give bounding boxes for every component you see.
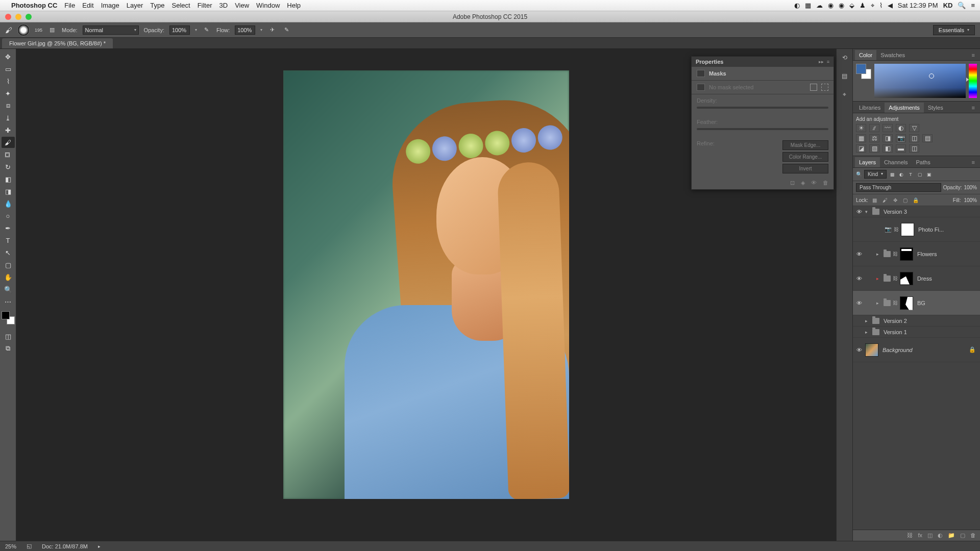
finder-icon[interactable]: ♟ <box>860 2 866 9</box>
menu-view[interactable]: View <box>235 2 249 9</box>
filter-pixel-icon[interactable]: ▩ <box>889 171 896 178</box>
layer-thumbnail[interactable] <box>865 343 878 357</box>
filter-adjust-icon[interactable]: ◐ <box>898 171 905 178</box>
spotlight-icon[interactable]: 🔍 <box>958 2 966 9</box>
wifi-icon[interactable]: ⌇ <box>879 2 883 9</box>
add-vector-mask-icon[interactable] <box>821 84 828 91</box>
canvas[interactable]: Properties ▸▸≡ Masks No mask selected De… <box>16 49 836 541</box>
color-swatches[interactable] <box>2 311 15 324</box>
posterize-icon[interactable]: ▧ <box>869 144 879 153</box>
edit-toolbar[interactable]: ⋯ <box>2 296 15 307</box>
flow-caret[interactable]: ▾ <box>260 28 262 32</box>
layer-opacity-value[interactable]: 100% <box>964 185 977 190</box>
menu-file[interactable]: File <box>64 2 75 9</box>
minimize-button[interactable] <box>15 14 21 20</box>
zoom-level[interactable]: 25% <box>5 543 16 549</box>
user-menu[interactable]: KD <box>943 2 953 9</box>
expand-toggle[interactable]: ▸ <box>865 330 870 335</box>
flow-input[interactable]: 100% <box>235 26 255 35</box>
invert-icon[interactable]: ◪ <box>856 144 866 153</box>
panel-menu-icon[interactable]: ≡ <box>969 50 978 60</box>
visibility-toggle[interactable]: 👁 <box>855 251 863 257</box>
lock-transparent-icon[interactable]: ▦ <box>871 196 878 204</box>
clock[interactable]: Sat 12:39 PM <box>898 2 938 9</box>
crop-tool[interactable]: ⧈ <box>2 100 15 111</box>
tab-layers[interactable]: Layers <box>855 157 880 167</box>
brush-panel-toggle-icon[interactable]: ▥ <box>47 26 57 35</box>
hue-slider[interactable] <box>969 64 977 98</box>
visibility-toggle[interactable]: 👁 <box>855 300 863 306</box>
type-tool[interactable]: T <box>2 235 15 246</box>
healing-tool[interactable]: ✚ <box>2 124 15 136</box>
levels-icon[interactable]: ⫽ <box>869 124 879 132</box>
filter-kind-dropdown[interactable]: Kind▾ <box>864 170 887 179</box>
layer-group[interactable]: 👁 ▾ Version 3 <box>853 206 980 217</box>
dropbox-icon[interactable]: ⬙ <box>849 2 854 9</box>
layer-group[interactable]: 👁 ▸ ⛓ Dress <box>853 266 980 291</box>
menu-type[interactable]: Type <box>150 2 164 9</box>
layer-group[interactable]: 👁 ▸ ⛓ BG <box>853 291 980 315</box>
cc-icon[interactable]: ◉ <box>828 2 834 9</box>
new-group-icon[interactable]: 📁 <box>948 532 955 539</box>
menu-help[interactable]: Help <box>287 2 301 9</box>
panel-menu-icon[interactable]: ≡ <box>969 157 978 167</box>
tab-swatches[interactable]: Swatches <box>876 50 909 60</box>
menu-3d[interactable]: 3D <box>219 2 228 9</box>
layer-background[interactable]: 👁 Background 🔒 <box>853 338 980 362</box>
doc-info-caret[interactable]: ▸ <box>98 544 101 549</box>
layer-name[interactable]: Version 3 <box>884 209 907 215</box>
status-icon[interactable]: ◐ <box>794 2 800 9</box>
color-handle[interactable] <box>929 73 934 79</box>
gradient-map-icon[interactable]: ▬ <box>896 144 906 153</box>
filter-shape-icon[interactable]: ▢ <box>916 171 923 178</box>
marquee-tool[interactable]: ▭ <box>2 63 15 74</box>
new-adjustment-icon[interactable]: ◐ <box>938 532 943 539</box>
layer-group[interactable]: ▸ Version 2 <box>853 315 980 327</box>
eyedropper-tool[interactable]: ⤓ <box>2 112 15 123</box>
opacity-input[interactable]: 100% <box>169 26 190 35</box>
color-fgbg[interactable] <box>856 64 871 79</box>
vibrance-icon[interactable]: ▽ <box>909 124 919 132</box>
history-brush-tool[interactable]: ↻ <box>2 161 15 172</box>
menu-image[interactable]: Image <box>101 2 119 9</box>
expand-toggle[interactable]: ▸ <box>876 300 881 306</box>
document-image[interactable] <box>283 70 569 499</box>
add-mask-icon[interactable]: ◫ <box>927 532 933 539</box>
hue-icon[interactable]: ▦ <box>856 134 866 142</box>
brightness-icon[interactable]: ☀ <box>856 124 866 132</box>
hand-tool[interactable]: ✋ <box>2 271 15 283</box>
history-panel-icon[interactable]: ⟲ <box>839 52 850 63</box>
cloud-icon[interactable]: ☁ <box>816 2 823 9</box>
lock-pixels-icon[interactable]: 🖌 <box>881 196 889 204</box>
quick-mask-icon[interactable]: ◫ <box>2 331 15 342</box>
visibility-toggle[interactable]: 👁 <box>855 347 863 353</box>
tab-styles[interactable]: Styles <box>924 103 947 113</box>
doc-info[interactable]: Doc: 21.0M/87.8M <box>42 543 88 549</box>
status-icon[interactable]: ▦ <box>805 2 811 9</box>
tab-paths[interactable]: Paths <box>912 157 935 167</box>
layer-adjustment[interactable]: 📷 ⛓ Photo Fi... <box>853 217 980 242</box>
link-layers-icon[interactable]: ⛓ <box>907 532 913 539</box>
filter-type-icon[interactable]: T <box>907 171 914 178</box>
app-menu[interactable]: Photoshop CC <box>11 2 57 9</box>
mask-thumbnail[interactable] <box>900 296 913 310</box>
expand-toggle[interactable]: ▸ <box>876 276 881 281</box>
layer-name[interactable]: Dress <box>917 276 932 282</box>
panel-menu-icon[interactable]: ≡ <box>827 59 829 64</box>
move-tool[interactable]: ✥ <box>2 51 15 62</box>
menu-filter[interactable]: Filter <box>198 2 212 9</box>
screen-mode-icon[interactable]: ⧉ <box>2 343 15 354</box>
mask-thumbnail[interactable] <box>900 247 913 261</box>
lock-all-icon[interactable]: 🔒 <box>912 196 919 204</box>
lasso-tool[interactable]: ⌇ <box>2 76 15 87</box>
layer-group[interactable]: 👁 ▸ ⛓ Flowers <box>853 242 980 266</box>
brush-tool[interactable]: 🖌 <box>2 137 15 148</box>
zoom-tool[interactable]: 🔍 <box>2 284 15 295</box>
layer-name[interactable]: Photo Fi... <box>918 227 944 233</box>
brush-size[interactable]: 195 <box>35 28 42 33</box>
collapse-icon[interactable]: ▸▸ <box>819 59 824 64</box>
menu-select[interactable]: Select <box>172 2 190 9</box>
close-button[interactable] <box>5 14 11 20</box>
bluetooth-icon[interactable]: ⌖ <box>871 2 874 10</box>
layer-group[interactable]: ▸ Version 1 <box>853 327 980 338</box>
